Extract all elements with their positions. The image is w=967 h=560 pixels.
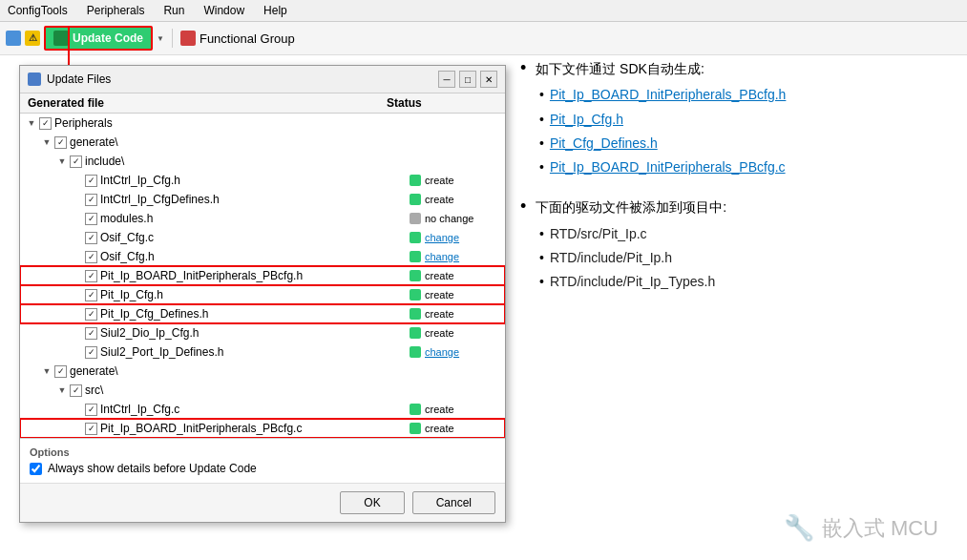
file-include: include\ [85,153,505,170]
tree-item-src[interactable]: ▼ src\ [20,381,505,400]
status-text-siul2-dio: create [425,324,454,342]
dialog-titlebar: Update Files ─ □ ✕ [20,66,505,93]
status-badge-osif-c [410,232,421,243]
checkbox-intctrl-c[interactable] [85,404,97,416]
dialog-minimize[interactable]: ─ [438,71,455,88]
expand-icon-empty3 [72,213,83,224]
expand-icon-gen1: ▼ [41,136,53,148]
file-list[interactable]: ▼ Peripherals ▼ generate\ ▼ include\ Int… [20,114,505,439]
tree-item-intctrl-c[interactable]: IntCtrl_Ip_Cfg.c create [20,400,505,419]
tree-item-pit-board-c[interactable]: Pit_Ip_BOARD_InitPeripherals_PBcfg.c cre… [20,419,505,438]
menubar: ConfigTools Peripherals Run Window Help [0,0,967,22]
checkbox-intctrl-cfg[interactable] [85,175,97,187]
heading2: 下面的驱动文件被添加到项目中: [536,199,726,215]
expand-icon-empty7 [72,289,83,301]
status-pit-cfgdef-h: create [410,305,505,322]
status-badge-siul2-dio [410,327,421,339]
status-text-intctrl-c: create [425,401,454,418]
status-text-siul2-port[interactable]: change [425,343,459,361]
tree-item-pit-cfgdef-h[interactable]: Pit_Ip_Cfg_Defines.h create [20,304,505,323]
file-pit-cfg-h: Pit_Ip_Cfg.h [100,286,410,303]
update-icon [53,31,69,46]
status-pit-cfg-h: create [410,286,505,303]
tree-item-peripherals[interactable]: ▼ Peripherals [20,114,505,133]
status-text-modules: no change [425,210,473,227]
dialog-maximize[interactable]: □ [459,71,476,88]
status-osif-c: change [410,229,505,246]
tree-item-osif-h[interactable]: Osif_Cfg.h change [20,247,505,266]
update-code-dropdown[interactable]: ▼ [157,34,164,43]
expand-icon-empty11 [72,404,83,415]
tree-item-pit-cfg-h[interactable]: Pit_Ip_Cfg.h create [20,285,505,304]
functional-group-btn[interactable]: Functional Group [180,31,295,46]
menu-run[interactable]: Run [159,2,188,19]
tree-item-pit-board-h[interactable]: Pit_Ip_BOARD_InitPeripherals_PBcfg.h cre… [20,266,505,285]
status-badge-intctrl-c [410,404,421,415]
tree-item-osif-c[interactable]: Osif_Cfg.c change [20,228,505,247]
checkbox-peripherals[interactable] [39,117,52,130]
checkbox-include[interactable] [70,156,82,168]
dialog-buttons: OK Cancel [20,483,505,522]
expand-icon-empty4 [72,232,83,243]
checkbox-gen1[interactable] [54,136,67,149]
menu-peripherals[interactable]: Peripherals [83,2,149,19]
status-badge-osif-h [410,251,421,262]
tree-item-modules[interactable]: modules.h no change [20,209,505,228]
checkbox-intctrl-cfgdef[interactable] [85,194,97,206]
status-badge-intctrl-cfgdef [410,194,421,205]
checkbox-pit-cfgdef-h[interactable] [85,308,97,321]
watermark-icon: 🔧 [784,513,814,543]
sdk-file-1: Pit_Ip_Cfg.h [550,108,623,132]
expand-icon-empty8 [72,308,83,320]
dialog-controls: ─ □ ✕ [438,71,497,88]
tree-item-generate2[interactable]: ▼ generate\ [20,362,505,381]
file-pit-board-h: Pit_Ip_BOARD_InitPeripherals_PBcfg.h [100,267,410,284]
checkbox-pit-board-h[interactable] [85,270,97,282]
dialog-close[interactable]: ✕ [480,71,497,88]
checkbox-src[interactable] [70,384,82,397]
expand-icon-empty1 [72,175,83,186]
menu-configtools[interactable]: ConfigTools [4,2,72,19]
checkbox-osif-c[interactable] [85,232,97,244]
tree-item-siul2-port[interactable]: Siul2_Port_Ip_Defines.h change [20,342,505,362]
right-panel: 如下文件通过 SDK自动生成: Pit_Ip_BOARD_InitPeriphe… [520,52,957,305]
tree-item-intctrl-cfg[interactable]: IntCtrl_Ip_Cfg.h create [20,171,505,190]
tree-item-siul2-dio[interactable]: Siul2_Dio_Ip_Cfg.h create [20,323,505,342]
checkbox-modules[interactable] [85,213,97,225]
watermark: 🔧 嵌入式 MCU [784,513,938,543]
always-show-checkbox[interactable] [30,463,42,475]
status-pit-board-h: create [410,267,505,284]
always-show-label: Always show details before Update Code [48,462,257,475]
status-text-intctrl-cfgdef: create [425,191,454,208]
checkbox-pit-board-c[interactable] [85,423,97,435]
tree-item-generate1[interactable]: ▼ generate\ [20,133,505,152]
status-text-osif-h[interactable]: change [425,248,459,265]
tree-item-intctrl-cfgdef[interactable]: IntCtrl_Ip_CfgDefines.h create [20,190,505,209]
func-group-label: Functional Group [200,31,295,46]
dialog-title: Update Files [47,73,111,86]
status-text-osif-c[interactable]: change [425,229,459,246]
update-code-button[interactable]: Update Code [44,26,153,51]
status-badge-intctrl [410,175,421,186]
ok-button[interactable]: OK [340,491,404,514]
status-modules: no change [410,210,505,227]
dialog-wrapper: Update Files ─ □ ✕ Generated file Status… [19,65,506,551]
checkbox-osif-h[interactable] [85,251,97,263]
cancel-button[interactable]: Cancel [412,491,495,514]
file-peripherals: Peripherals [54,114,505,132]
file-modules: modules.h [100,210,410,227]
expand-icon: ▼ [26,117,37,129]
menu-help[interactable]: Help [260,2,291,19]
driver-file-1: RTD/include/Pit_Ip.h [550,246,672,270]
checkbox-pit-cfg-h[interactable] [85,289,97,301]
menu-window[interactable]: Window [200,2,248,19]
file-table-header: Generated file Status [20,93,505,114]
status-badge-pit-cfgdef-h [410,308,421,320]
checkbox-siul2-dio[interactable] [85,327,97,340]
tree-item-include[interactable]: ▼ include\ [20,152,505,171]
status-text-pit-cfg-h: create [425,286,454,303]
checkbox-siul2-port[interactable] [85,346,97,359]
checkbox-gen2[interactable] [54,365,67,378]
col-status: Status [387,96,482,110]
file-intctrl-c: IntCtrl_Ip_Cfg.c [100,401,410,418]
